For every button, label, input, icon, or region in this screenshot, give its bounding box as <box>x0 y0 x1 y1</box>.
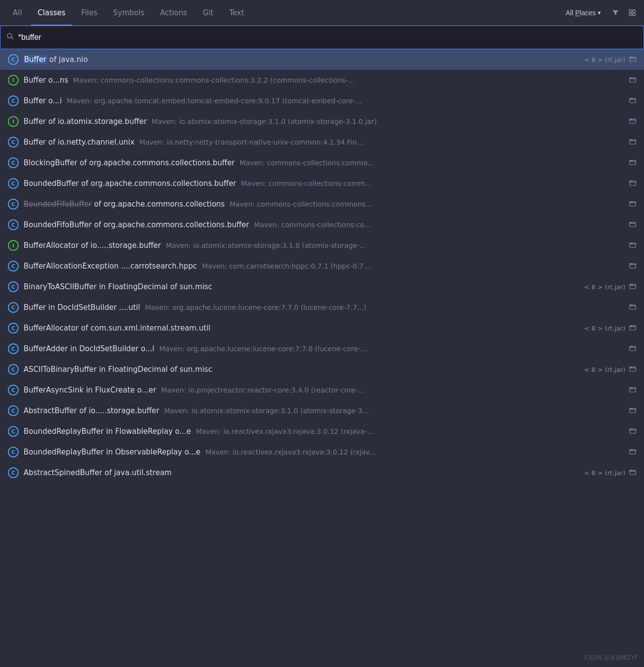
list-item[interactable]: IBuffer o...nsMaven: commons-collections… <box>0 70 644 91</box>
class-icon: C <box>8 426 19 437</box>
open-in-finder-icon[interactable] <box>629 159 636 167</box>
open-in-finder-icon[interactable] <box>629 407 636 415</box>
result-name: Buffer o...ns <box>24 76 68 85</box>
open-in-finder-icon[interactable] <box>629 97 636 105</box>
list-item[interactable]: CASCIIToBinaryBuffer in FloatingDecimal … <box>0 359 644 380</box>
open-in-finder-icon[interactable] <box>629 262 636 271</box>
result-right-info <box>629 200 636 209</box>
list-item[interactable]: CBufferAllocator of com.sun.xml.internal… <box>0 318 644 338</box>
filter-icon <box>612 9 619 17</box>
search-input[interactable] <box>18 33 638 42</box>
result-right-info <box>629 345 636 353</box>
result-badge: < 8 > (rt.jar) <box>584 469 625 477</box>
list-item[interactable]: CBuffer of java.nio< 8 > (rt.jar) <box>0 49 644 70</box>
result-right-info <box>629 427 636 436</box>
all-places-button[interactable]: All Places ▾ <box>562 7 605 19</box>
result-context: Maven: org.apache.lucene:lucene-core:7.7… <box>159 345 625 353</box>
svg-rect-12 <box>630 181 636 185</box>
result-right-info <box>629 386 636 394</box>
open-in-finder-icon[interactable] <box>629 427 636 436</box>
result-right-info: < 8 > (rt.jar) <box>584 324 636 333</box>
list-item[interactable]: CBinaryToASCIIBuffer in FloatingDecimal … <box>0 276 644 297</box>
result-right-info <box>629 159 636 167</box>
open-in-finder-icon[interactable] <box>629 283 636 291</box>
open-in-finder-icon[interactable] <box>629 448 636 456</box>
list-item[interactable]: CBuffer in DocIdSetBuilder ....utilMaven… <box>0 297 644 318</box>
list-item[interactable]: IBufferAllocator of io.....storage.buffe… <box>0 235 644 256</box>
list-item[interactable]: CBufferAdder in DocIdSetBuilder o...lMav… <box>0 338 644 359</box>
result-name: ASCIIToBinaryBuffer in FloatingDecimal o… <box>24 365 212 374</box>
result-right-info <box>629 448 636 456</box>
tab-symbols[interactable]: Symbols <box>106 0 151 26</box>
result-context: Maven: io.atomix:atomix-storage:3.1.0 (a… <box>164 407 625 415</box>
open-in-finder-icon[interactable] <box>629 200 636 209</box>
tab-actions[interactable]: Actions <box>153 0 194 26</box>
open-in-finder-icon[interactable] <box>629 180 636 188</box>
result-name: BoundedReplayBuffer in FlowableReplay o.… <box>24 427 191 436</box>
open-in-finder-icon[interactable] <box>629 221 636 229</box>
result-context: Maven: commons-collections:co... <box>254 221 625 229</box>
open-in-finder-icon[interactable] <box>629 138 636 147</box>
result-context: Maven: org.apache.tomcat.embed:tomcat-em… <box>67 97 625 105</box>
result-main-content: BufferAllocationException ....carrotsear… <box>24 262 625 271</box>
list-item[interactable]: CAbstractSpinedBuffer of java.util.strea… <box>0 462 644 483</box>
tab-files[interactable]: Files <box>74 0 104 26</box>
list-item[interactable]: CBuffer of io.netty.channel.unixMaven: i… <box>0 132 644 152</box>
expand-icon-button[interactable] <box>626 7 638 19</box>
list-item[interactable]: CBoundedBuffer of org.apache.commons.col… <box>0 173 644 194</box>
all-places-label: All Places <box>566 9 596 17</box>
results-list: CBuffer of java.nio< 8 > (rt.jar) IBuffe… <box>0 49 644 483</box>
open-in-finder-icon[interactable] <box>629 242 636 250</box>
list-item[interactable]: CBufferAsyncSink in FluxCreate o...erMav… <box>0 380 644 400</box>
list-item[interactable]: CBoundedReplayBuffer in FlowableReplay o… <box>0 421 644 442</box>
list-item[interactable]: CBoundedFifoBuffer of org.apache.commons… <box>0 214 644 235</box>
tab-text[interactable]: Text <box>222 0 251 26</box>
list-item[interactable]: CBoundedFifoBuffer of org.apache.commons… <box>0 194 644 214</box>
open-in-finder-icon[interactable] <box>629 324 636 333</box>
open-in-finder-icon[interactable] <box>629 76 636 85</box>
svg-rect-16 <box>630 264 636 268</box>
class-icon: C <box>8 364 19 375</box>
list-item[interactable]: CBufferAllocationException ....carrotsea… <box>0 256 644 276</box>
open-in-finder-icon[interactable] <box>629 118 636 126</box>
result-badge: < 8 > (rt.jar) <box>584 325 625 332</box>
open-in-finder-icon[interactable] <box>629 386 636 394</box>
search-bar <box>0 26 644 49</box>
tab-all[interactable]: All <box>6 0 29 26</box>
result-context: Maven: commons-collections:comm... <box>241 180 625 187</box>
result-main-content: BoundedFifoBuffer of org.apache.commons.… <box>24 220 625 229</box>
svg-rect-22 <box>630 388 636 392</box>
result-name: BufferAllocationException ....carrotsear… <box>24 262 197 271</box>
result-main-content: BufferAsyncSink in FluxCreate o...erMave… <box>24 386 625 394</box>
class-icon: C <box>8 405 19 416</box>
svg-rect-21 <box>630 367 636 371</box>
list-item[interactable]: CAbstractBuffer of io.....storage.buffer… <box>0 400 644 421</box>
result-context: Maven: commons-collections:commo... <box>240 159 625 167</box>
list-item[interactable]: IBuffer of io.atomix.storage.bufferMaven… <box>0 111 644 132</box>
list-item[interactable]: CBoundedReplayBuffer in ObservableReplay… <box>0 442 644 462</box>
open-in-finder-icon[interactable] <box>629 345 636 353</box>
result-context: Maven: io.atomix:atomix-storage:3.1.0 (a… <box>166 242 625 249</box>
open-in-finder-icon[interactable] <box>629 365 636 374</box>
filter-icon-button[interactable] <box>610 7 621 19</box>
result-right-info <box>629 407 636 415</box>
open-in-finder-icon[interactable] <box>629 56 636 64</box>
result-main-content: ASCIIToBinaryBuffer in FloatingDecimal o… <box>24 365 580 374</box>
result-main-content: Buffer of io.atomix.storage.bufferMaven:… <box>24 117 625 126</box>
result-name: Buffer of java.nio <box>24 55 88 64</box>
class-icon: C <box>8 95 19 106</box>
class-icon: C <box>8 178 19 189</box>
result-name: BlockingBuffer of org.apache.commons.col… <box>24 158 235 167</box>
list-item[interactable]: CBuffer o...iMaven: org.apache.tomcat.em… <box>0 91 644 111</box>
result-right-info: < 8 > (rt.jar) <box>584 56 636 64</box>
result-main-content: BoundedFifoBuffer of org.apache.commons.… <box>24 200 625 209</box>
result-main-content: BoundedReplayBuffer in ObservableReplay … <box>24 448 625 456</box>
svg-rect-10 <box>630 140 636 144</box>
list-item[interactable]: CBlockingBuffer of org.apache.commons.co… <box>0 152 644 173</box>
class-icon: C <box>8 157 19 168</box>
tab-git[interactable]: Git <box>196 0 221 26</box>
tab-classes[interactable]: Classes <box>31 0 73 26</box>
open-in-finder-icon[interactable] <box>629 469 636 477</box>
result-name: BufferAllocator of com.sun.xml.internal.… <box>24 324 210 333</box>
open-in-finder-icon[interactable] <box>629 303 636 312</box>
